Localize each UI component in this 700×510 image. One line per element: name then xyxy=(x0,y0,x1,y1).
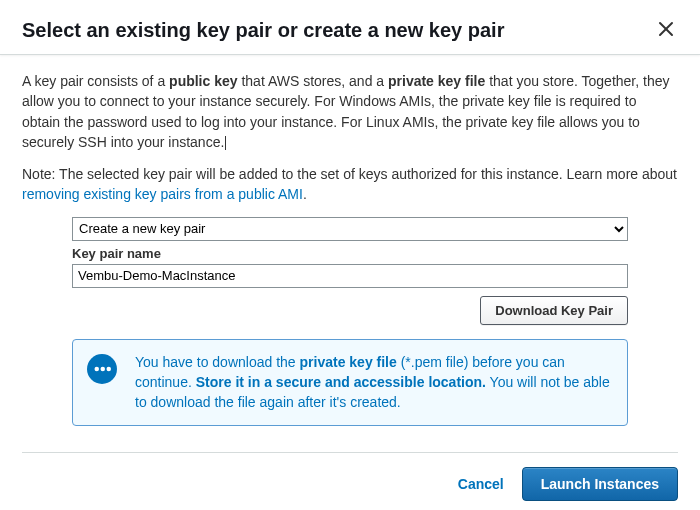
alert-private-key-file: private key file xyxy=(300,354,397,370)
svg-point-2 xyxy=(95,366,100,371)
modal-body: A key pair consists of a public key that… xyxy=(0,55,700,434)
keypair-name-input[interactable] xyxy=(72,264,628,288)
keypair-modal: Select an existing key pair or create a … xyxy=(0,0,700,510)
keypair-action-select[interactable]: Create a new key pair xyxy=(72,217,628,241)
intro-paragraph: A key pair consists of a public key that… xyxy=(22,71,678,152)
info-alert-text: You have to download the private key fil… xyxy=(135,352,613,413)
launch-instances-button[interactable]: Launch Instances xyxy=(522,467,678,501)
close-icon[interactable] xyxy=(654,16,678,44)
download-row: Download Key Pair xyxy=(72,296,628,325)
modal-header: Select an existing key pair or create a … xyxy=(0,0,700,55)
note-text: . xyxy=(303,186,307,202)
intro-text: that AWS stores, and a xyxy=(238,73,388,89)
form-area: Create a new key pair Key pair name Down… xyxy=(22,217,678,426)
download-keypair-button[interactable]: Download Key Pair xyxy=(480,296,628,325)
modal-title: Select an existing key pair or create a … xyxy=(22,19,654,42)
info-alert: You have to download the private key fil… xyxy=(72,339,628,426)
cancel-button[interactable]: Cancel xyxy=(458,476,504,492)
public-key-term: public key xyxy=(169,73,237,89)
note-text: Note: The selected key pair will be adde… xyxy=(22,166,677,182)
learn-more-link[interactable]: removing existing key pairs from a publi… xyxy=(22,186,303,202)
keypair-name-label: Key pair name xyxy=(72,245,628,264)
svg-point-4 xyxy=(107,366,112,371)
intro-text: A key pair consists of a xyxy=(22,73,169,89)
text-cursor xyxy=(225,136,226,150)
note-paragraph: Note: The selected key pair will be adde… xyxy=(22,164,678,205)
private-key-file-term: private key file xyxy=(388,73,485,89)
alert-text: You have to download the xyxy=(135,354,300,370)
info-icon xyxy=(87,354,117,384)
alert-store-secure: Store it in a secure and accessible loca… xyxy=(196,374,486,390)
svg-point-3 xyxy=(101,366,106,371)
modal-footer: Cancel Launch Instances xyxy=(22,452,678,510)
